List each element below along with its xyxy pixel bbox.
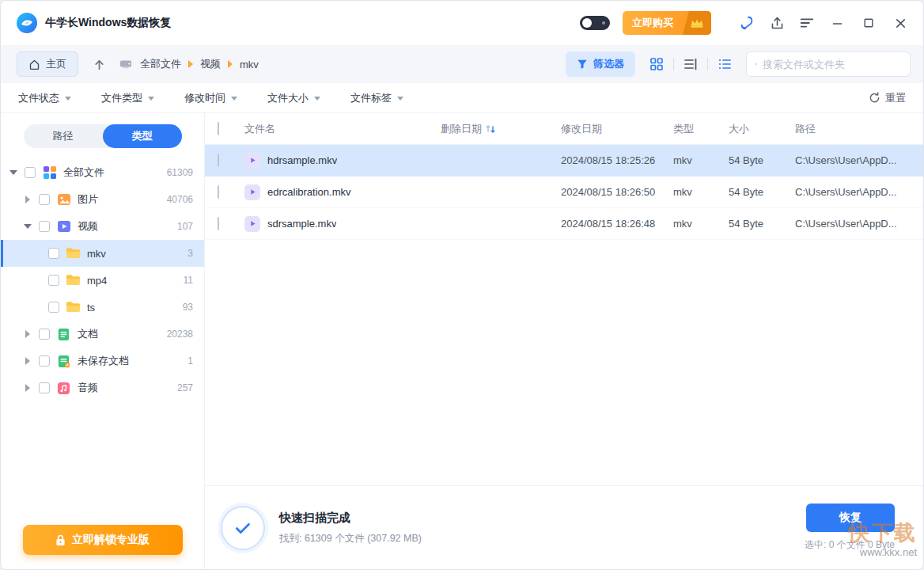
search-input[interactable] — [763, 59, 902, 70]
filter-modified-time[interactable]: 修改时间 — [184, 91, 237, 105]
buy-button[interactable]: 立即购买 — [623, 11, 711, 35]
column-header-path[interactable]: 路径 — [795, 122, 912, 136]
sort-icons[interactable] — [485, 124, 496, 135]
checkbox[interactable] — [48, 248, 59, 259]
modified-date: 2024/08/15 18:26:48 — [561, 218, 673, 230]
table-row[interactable]: edrcalibration.mkv 2024/08/15 18:26:50 m… — [205, 177, 923, 208]
tree-item-label: mp4 — [87, 275, 177, 287]
filter-file-size[interactable]: 文件大小 — [267, 91, 320, 105]
filter-label: 文件类型 — [101, 91, 142, 105]
chevron-down-icon — [314, 97, 320, 101]
recover-button[interactable]: 恢复 — [806, 504, 895, 532]
expand-arrow-icon[interactable] — [24, 224, 32, 229]
table-row[interactable]: sdrsample.mkv 2024/08/15 18:26:48 mkv 54… — [205, 208, 923, 240]
file-name: edrcalibration.mkv — [267, 186, 351, 198]
filter-button-label: 筛选器 — [593, 57, 624, 71]
go-up-button[interactable] — [93, 58, 106, 71]
expand-arrow-icon[interactable] — [25, 196, 30, 203]
link-icon[interactable] — [738, 14, 755, 32]
unsaved-document-icon — [56, 354, 71, 369]
tree-item-count: 11 — [184, 275, 193, 286]
tab-path[interactable]: 路径 — [24, 124, 103, 148]
filter-button[interactable]: 筛选器 — [566, 51, 635, 77]
column-header-deleted-date[interactable]: 删除日期 — [441, 122, 561, 136]
tree-item-videos[interactable]: 视频 107 — [1, 213, 204, 240]
tree-item-documents[interactable]: 文档 20238 — [1, 321, 204, 348]
filterbar: 文件状态 文件类型 修改时间 文件大小 文件标签 重置 — [1, 83, 923, 113]
filter-label: 文件状态 — [18, 91, 59, 105]
breadcrumb-item-video[interactable]: 视频 — [200, 57, 221, 71]
table-body: hdrsample.mkv 2024/08/15 18:25:26 mkv 54… — [205, 145, 923, 485]
home-button[interactable]: 主页 — [17, 51, 78, 77]
sidebar: 路径 类型 全部文件 61309 — [1, 113, 205, 569]
tree-item-unsaved-documents[interactable]: 未保存文档 1 — [1, 348, 204, 374]
minimize-button[interactable] — [827, 13, 847, 33]
list-view-icon[interactable] — [680, 54, 701, 74]
filter-file-tag[interactable]: 文件标签 — [350, 91, 403, 105]
funnel-icon — [577, 59, 588, 70]
column-header-size[interactable]: 大小 — [729, 122, 795, 136]
grid-view-icon[interactable] — [646, 54, 667, 74]
checkbox[interactable] — [39, 194, 50, 205]
expand-arrow-icon[interactable] — [25, 384, 30, 392]
expand-arrow-icon[interactable] — [25, 357, 30, 365]
detail-view-icon[interactable] — [714, 54, 735, 74]
expand-arrow-icon[interactable] — [25, 330, 30, 338]
tree-item-label: 视频 — [78, 219, 171, 234]
filter-file-type[interactable]: 文件类型 — [101, 91, 154, 105]
row-checkbox[interactable] — [218, 185, 219, 199]
filter-file-status[interactable]: 文件状态 — [18, 91, 71, 105]
tree-item-all-files[interactable]: 全部文件 61309 — [1, 159, 204, 186]
tree-item-count: 107 — [177, 221, 193, 232]
expand-arrow-icon[interactable] — [9, 170, 17, 175]
reset-button[interactable]: 重置 — [869, 91, 906, 105]
checkbox[interactable] — [39, 221, 50, 232]
home-icon — [28, 59, 40, 70]
unlock-pro-button[interactable]: 立即解锁专业版 — [23, 525, 183, 555]
row-checkbox[interactable] — [218, 154, 219, 167]
row-checkbox[interactable] — [218, 217, 219, 230]
file-name: hdrsample.mkv — [267, 154, 337, 166]
home-button-label: 主页 — [46, 57, 66, 71]
tree-item-ts[interactable]: ts 93 — [1, 294, 204, 321]
checkbox[interactable] — [39, 355, 50, 367]
table-row[interactable]: hdrsample.mkv 2024/08/15 18:25:26 mkv 54… — [205, 145, 923, 177]
checkbox[interactable] — [48, 302, 59, 313]
tree-item-count: 93 — [183, 302, 193, 313]
toolbar: 主页 全部文件 视频 mkv 筛选器 — [1, 45, 923, 83]
checkbox[interactable] — [39, 329, 50, 340]
tree-item-mp4[interactable]: mp4 11 — [1, 267, 204, 294]
filter-label: 修改时间 — [184, 91, 225, 105]
column-header-type[interactable]: 类型 — [673, 122, 729, 136]
checkbox[interactable] — [48, 275, 59, 286]
tree-item-images[interactable]: 图片 40706 — [1, 186, 204, 213]
toggle-dot — [602, 21, 605, 25]
folder-icon — [66, 273, 81, 288]
image-icon — [56, 192, 71, 207]
close-button[interactable] — [890, 13, 911, 33]
tree-item-count: 1 — [187, 355, 193, 367]
theme-toggle[interactable] — [580, 16, 610, 30]
view-switcher — [646, 54, 735, 74]
search-icon — [755, 59, 757, 70]
tree-item-audio[interactable]: 音频 257 — [1, 374, 204, 401]
select-all-checkbox[interactable] — [218, 122, 219, 135]
tree-item-mkv[interactable]: mkv 3 — [1, 240, 204, 267]
column-header-modified-date[interactable]: 修改日期 — [561, 122, 673, 136]
file-path: C:\Users\User\AppD... — [795, 186, 912, 198]
tab-type[interactable]: 类型 — [103, 124, 182, 148]
tree-item-label: 音频 — [78, 381, 171, 395]
selected-files-info: 选中: 0 个文件 0 Byte — [805, 538, 895, 552]
share-icon[interactable] — [768, 14, 786, 32]
tree-item-label: ts — [87, 302, 176, 314]
breadcrumb-item-mkv[interactable]: mkv — [240, 59, 259, 70]
column-header-filename[interactable]: 文件名 — [244, 122, 441, 136]
checkbox[interactable] — [25, 167, 36, 178]
checkbox[interactable] — [39, 382, 50, 393]
menu-icon[interactable] — [798, 14, 816, 32]
maximize-button[interactable] — [858, 13, 879, 33]
file-size: 54 Byte — [729, 186, 795, 198]
up-arrow-icon — [93, 58, 106, 71]
breadcrumb-item-all-files[interactable]: 全部文件 — [140, 57, 181, 71]
sidebar-tabs: 路径 类型 — [24, 124, 182, 148]
